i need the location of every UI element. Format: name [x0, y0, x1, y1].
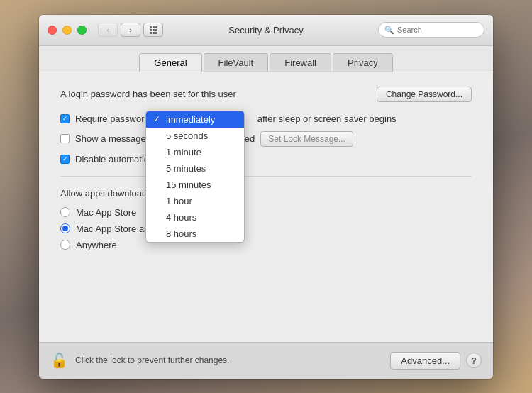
minimize-button[interactable] [62, 26, 72, 35]
lock-icon[interactable]: 🔓 [50, 352, 68, 369]
require-password-label-after: after sleep or screen saver begins [257, 114, 397, 124]
require-password-label-before: Require password [75, 114, 150, 124]
login-password-row: A login password has been set for this u… [60, 87, 472, 102]
require-password-row: Require password immediately 5 seconds 1… [60, 114, 472, 124]
set-lock-message-button[interactable]: Set Lock Message... [260, 131, 353, 147]
change-password-button[interactable]: Change Password... [377, 87, 472, 102]
divider [60, 176, 472, 177]
window-title: Security & Privacy [228, 25, 303, 35]
password-timing-dropdown[interactable]: immediately 5 seconds 1 minute 5 minutes… [145, 111, 245, 243]
nav-buttons: ‹ › [98, 23, 140, 37]
show-message-checkbox[interactable] [60, 134, 70, 143]
grid-button[interactable] [143, 23, 163, 37]
dropdown-item-immediately[interactable]: immediately [146, 111, 244, 128]
dropdown-item-5seconds[interactable]: 5 seconds [146, 128, 244, 144]
close-button[interactable] [48, 26, 57, 35]
dropdown-item-15minutes[interactable]: 15 minutes [146, 177, 244, 193]
radio-anywhere-label: Anywhere [76, 240, 117, 250]
dropdown-item-5minutes[interactable]: 5 minutes [146, 160, 244, 177]
tab-general[interactable]: General [139, 53, 201, 72]
help-button[interactable]: ? [466, 353, 482, 368]
titlebar: ‹ › Security & Privacy 🔍 [39, 15, 493, 46]
radio-anywhere-btn[interactable] [60, 240, 70, 250]
grid-icon [150, 26, 157, 34]
tabs-row: General FileVault Firewall Privacy [39, 46, 493, 72]
dropdown-item-8hours[interactable]: 8 hours [146, 226, 244, 242]
allow-apps-label: Allow apps downloaded from: [60, 188, 472, 199]
lock-text: Click the lock to prevent further change… [75, 355, 229, 365]
tab-privacy[interactable]: Privacy [333, 53, 393, 72]
radio-identified-developers-btn[interactable] [60, 223, 70, 233]
advanced-button[interactable]: Advanced... [390, 352, 460, 370]
disable-auto-login-checkbox[interactable] [60, 155, 70, 164]
require-password-checkbox[interactable] [60, 114, 70, 123]
content-area: A login password has been set for this u… [39, 72, 493, 342]
maximize-button[interactable] [77, 26, 87, 35]
forward-button[interactable]: › [121, 23, 140, 37]
radio-mac-app-store-btn[interactable] [60, 207, 70, 217]
search-icon: 🔍 [384, 26, 394, 35]
dropdown-item-1hour[interactable]: 1 hour [146, 193, 244, 209]
radio-anywhere: Anywhere [60, 240, 472, 250]
traffic-lights [48, 26, 87, 35]
bottom-right-buttons: Advanced... ? [390, 352, 482, 370]
radio-mac-app-store-label: Mac App Store [76, 207, 136, 218]
tab-filevault[interactable]: FileVault [204, 53, 269, 72]
login-password-text: A login password has been set for this u… [60, 89, 236, 99]
disable-auto-login-row: Disable automatic login [60, 154, 472, 165]
dropdown-item-4hours[interactable]: 4 hours [146, 209, 244, 226]
radio-mac-app-store: Mac App Store [60, 207, 472, 218]
search-input[interactable] [397, 26, 478, 34]
bottom-bar: 🔓 Click the lock to prevent further chan… [39, 342, 493, 379]
tab-firewall[interactable]: Firewall [270, 53, 331, 72]
radio-identified-developers: Mac App Store and identified developers [60, 223, 472, 234]
back-button[interactable]: ‹ [98, 23, 118, 37]
dropdown-item-1minute[interactable]: 1 minute [146, 144, 244, 160]
show-message-row: Show a message when the screen is locked… [60, 131, 472, 147]
preferences-window: ‹ › Security & Privacy 🔍 General FileVau… [39, 15, 493, 379]
search-bar[interactable]: 🔍 [378, 22, 484, 38]
